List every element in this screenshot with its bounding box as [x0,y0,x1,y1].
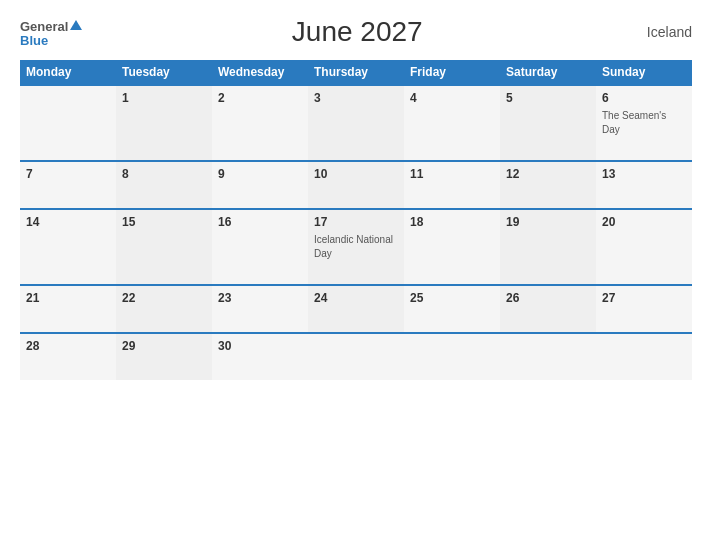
calendar-cell: 4 [404,85,500,161]
day-number: 9 [218,167,302,181]
calendar-title: June 2027 [82,16,632,48]
day-number: 27 [602,291,686,305]
day-number: 15 [122,215,206,229]
calendar-cell: 22 [116,285,212,333]
calendar-cell: 8 [116,161,212,209]
day-number: 7 [26,167,110,181]
day-number: 4 [410,91,494,105]
calendar-cell: 23 [212,285,308,333]
day-number: 13 [602,167,686,181]
day-number: 12 [506,167,590,181]
calendar-cell: 3 [308,85,404,161]
col-sunday: Sunday [596,60,692,85]
day-number: 28 [26,339,110,353]
calendar-week-row: 14151617Icelandic National Day181920 [20,209,692,285]
calendar-cell: 2 [212,85,308,161]
day-number: 22 [122,291,206,305]
col-tuesday: Tuesday [116,60,212,85]
day-number: 10 [314,167,398,181]
calendar-cell: 18 [404,209,500,285]
calendar-cell: 21 [20,285,116,333]
calendar-cell: 15 [116,209,212,285]
calendar-cell [308,333,404,380]
logo-triangle-icon [70,20,82,30]
day-number: 26 [506,291,590,305]
event-label: Icelandic National Day [314,234,393,259]
calendar-table: Monday Tuesday Wednesday Thursday Friday… [20,60,692,380]
calendar-week-row: 21222324252627 [20,285,692,333]
day-number: 20 [602,215,686,229]
day-number: 21 [26,291,110,305]
calendar-cell: 1 [116,85,212,161]
logo-general: General [20,18,82,34]
day-number: 1 [122,91,206,105]
calendar-cell: 16 [212,209,308,285]
calendar-week-row: 78910111213 [20,161,692,209]
calendar-cell: 13 [596,161,692,209]
calendar-header-row: Monday Tuesday Wednesday Thursday Friday… [20,60,692,85]
calendar-cell: 19 [500,209,596,285]
calendar-week-row: 282930 [20,333,692,380]
calendar-cell: 30 [212,333,308,380]
header: General Blue June 2027 Iceland [20,16,692,48]
day-number: 18 [410,215,494,229]
calendar-cell: 20 [596,209,692,285]
calendar-cell: 7 [20,161,116,209]
calendar-cell: 5 [500,85,596,161]
event-label: The Seamen's Day [602,110,666,135]
calendar-cell: 9 [212,161,308,209]
calendar-week-row: 123456The Seamen's Day [20,85,692,161]
calendar-cell [500,333,596,380]
calendar-cell: 11 [404,161,500,209]
col-friday: Friday [404,60,500,85]
day-number: 16 [218,215,302,229]
calendar-cell: 29 [116,333,212,380]
calendar-cell [404,333,500,380]
col-thursday: Thursday [308,60,404,85]
day-number: 11 [410,167,494,181]
day-number: 30 [218,339,302,353]
day-number: 24 [314,291,398,305]
calendar-cell: 26 [500,285,596,333]
day-number: 17 [314,215,398,229]
day-number: 23 [218,291,302,305]
calendar-cell: 24 [308,285,404,333]
calendar-cell [596,333,692,380]
day-number: 8 [122,167,206,181]
day-number: 3 [314,91,398,105]
calendar-cell: 12 [500,161,596,209]
calendar-cell: 28 [20,333,116,380]
calendar-cell [20,85,116,161]
col-monday: Monday [20,60,116,85]
calendar-cell: 25 [404,285,500,333]
calendar-cell: 27 [596,285,692,333]
day-number: 29 [122,339,206,353]
calendar-cell: 17Icelandic National Day [308,209,404,285]
day-number: 2 [218,91,302,105]
col-wednesday: Wednesday [212,60,308,85]
calendar-cell: 10 [308,161,404,209]
day-number: 14 [26,215,110,229]
day-number: 25 [410,291,494,305]
day-number: 6 [602,91,686,105]
col-saturday: Saturday [500,60,596,85]
day-number: 5 [506,91,590,105]
calendar-cell: 6The Seamen's Day [596,85,692,161]
page: General Blue June 2027 Iceland Monday Tu… [0,0,712,550]
country-label: Iceland [632,24,692,40]
logo-blue: Blue [20,34,48,47]
day-number: 19 [506,215,590,229]
logo: General Blue [20,18,82,47]
calendar-cell: 14 [20,209,116,285]
